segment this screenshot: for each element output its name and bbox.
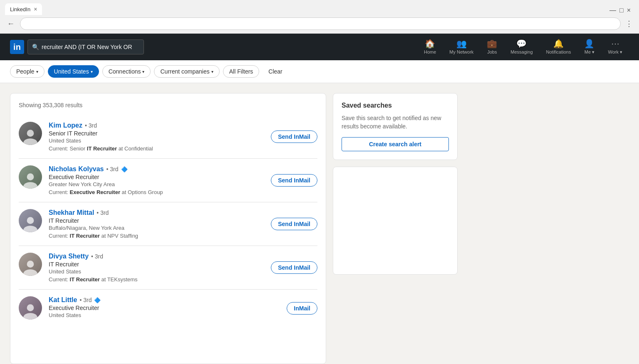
person-current: Current: IT Recruiter at TEKsystems [49,276,264,283]
work-icon: ⋯ [611,39,619,49]
svg-point-6 [27,261,34,268]
nav-me[interactable]: 👤 Me ▾ [577,34,601,60]
person-title: Senior IT Recruiter [49,130,264,137]
svg-point-2 [27,173,34,180]
send-inmail-button[interactable]: Send InMail [271,218,317,230]
search-icon: 🔍 [32,44,39,50]
jobs-icon: 💼 [487,39,497,49]
svg-point-7 [23,269,37,276]
tab-close-icon[interactable]: × [34,6,37,12]
person-current: Current: IT Recruiter at NPV Staffing [49,233,264,239]
person-degree: • 3rd [85,122,97,129]
search-input[interactable] [42,44,133,50]
send-inmail-button[interactable]: Send InMail [271,130,317,143]
person-info: Nicholas Kolyvas • 3rd 🔷 Executive Recru… [49,165,264,195]
all-filters-button[interactable]: All Filters [223,65,260,78]
person-name[interactable]: Kim Lopez [49,122,82,129]
person-current: Current: Senior IT Recruiter at Confiden… [49,145,264,152]
connections-chevron-icon: ▾ [142,69,144,74]
person-info: Kim Lopez • 3rd Senior IT Recruiter Unit… [49,122,264,152]
person-name[interactable]: Kat Little [49,296,77,304]
nav-jobs[interactable]: 💼 Jobs [480,34,504,60]
person-info: Kat Little • 3rd 🔷 Executive Recruiter U… [49,296,280,320]
results-count: Showing 353,308 results [19,102,317,108]
svg-point-4 [27,217,34,224]
send-inmail-button[interactable]: Send InMail [271,174,317,187]
linkedin-logo[interactable]: in [10,40,24,54]
people-filter-label: People [16,68,35,75]
people-filter[interactable]: People ▾ [10,65,45,78]
messaging-icon: 💬 [516,39,527,49]
svg-point-3 [23,182,37,189]
table-row: Divya Shetty • 3rd IT Recruiter United S… [19,246,317,290]
location-filter[interactable]: United States ▾ [48,65,99,78]
person-name[interactable]: Nicholas Kolyvas [49,165,104,173]
person-location: Buffalo/Niagara, New York Area [49,225,264,231]
avatar [19,253,42,276]
saved-searches-desc: Save this search to get notified as new … [342,114,449,130]
nav-messaging[interactable]: 💬 Messaging [504,34,539,60]
nav-work-label: Work ▾ [608,49,622,55]
svg-point-0 [27,130,34,137]
person-degree: • 3rd [91,253,103,260]
linkedin-navbar: in 🔍 🏠 Home 👥 My Network 💼 Jobs 💬 Messag… [0,34,639,60]
linkedin-badge-icon: 🔷 [121,166,128,172]
person-name[interactable]: Divya Shetty [49,253,89,260]
person-location: United States [49,138,264,144]
connections-filter[interactable]: Connections ▾ [102,65,151,78]
inmail-button[interactable]: InMail [287,302,317,315]
send-inmail-button[interactable]: Send InMail [271,261,317,274]
ad-card [333,167,458,275]
nav-notifications[interactable]: 🔔 Notifications [540,34,578,60]
person-title: Executive Recruiter [49,174,264,180]
tab-title: LinkedIn [10,6,30,12]
restore-button[interactable]: □ [619,7,624,14]
svg-point-8 [27,304,34,311]
person-location: Greater New York City Area [49,181,264,187]
person-degree: • 3rd [106,166,119,172]
companies-chevron-icon: ▾ [211,69,213,74]
clear-filter-button[interactable]: Clear [263,66,288,77]
companies-filter[interactable]: Current companies ▾ [154,65,219,78]
nav-home[interactable]: 🏠 Home [417,34,443,60]
create-search-alert-button[interactable]: Create search alert [342,137,449,151]
person-location: United States [49,312,280,318]
nav-notifications-label: Notifications [546,49,571,54]
companies-filter-label: Current companies [160,68,209,75]
person-degree: • 3rd [97,209,109,216]
location-chevron-icon: ▾ [91,69,93,74]
all-filters-label: All Filters [229,68,253,75]
svg-point-5 [23,226,37,232]
nav-jobs-label: Jobs [487,49,497,54]
browser-tab[interactable]: LinkedIn × [5,3,42,15]
browser-menu-icon[interactable]: ⋮ [624,19,634,29]
linkedin-badge-icon: 🔷 [94,297,101,303]
back-button[interactable]: ← [5,18,17,30]
person-current: Current: Executive Recruiter at Options … [49,189,264,195]
filter-bar: People ▾ United States ▾ Connections ▾ C… [0,60,639,83]
nav-my-network[interactable]: 👥 My Network [443,34,480,60]
table-row: Shekhar Mittal • 3rd IT Recruiter Buffal… [19,202,317,246]
home-icon: 🏠 [425,39,435,49]
minimize-button[interactable]: — [609,7,616,14]
nav-my-network-label: My Network [449,49,473,54]
notifications-icon: 🔔 [553,39,564,49]
sidebar: Saved searches Save this search to get n… [333,93,458,364]
table-row: Nicholas Kolyvas • 3rd 🔷 Executive Recru… [19,159,317,202]
person-info: Shekhar Mittal • 3rd IT Recruiter Buffal… [49,209,264,239]
address-bar[interactable] [20,17,621,30]
results-panel: Showing 353,308 results Kim Lopez • 3rd [10,93,326,364]
avatar [19,165,42,189]
close-button[interactable]: × [627,7,631,14]
person-name[interactable]: Shekhar Mittal [49,209,94,216]
person-title: IT Recruiter [49,261,264,268]
svg-point-9 [23,313,37,320]
me-avatar-icon: 👤 [584,39,594,49]
main-content: Showing 353,308 results Kim Lopez • 3rd [0,83,639,364]
people-chevron-icon: ▾ [36,69,38,74]
table-row: Kim Lopez • 3rd Senior IT Recruiter Unit… [19,115,317,159]
nav-work[interactable]: ⋯ Work ▾ [601,34,629,60]
nav-messaging-label: Messaging [510,49,532,54]
person-degree: • 3rd [79,297,92,303]
search-box[interactable]: 🔍 [27,39,144,54]
